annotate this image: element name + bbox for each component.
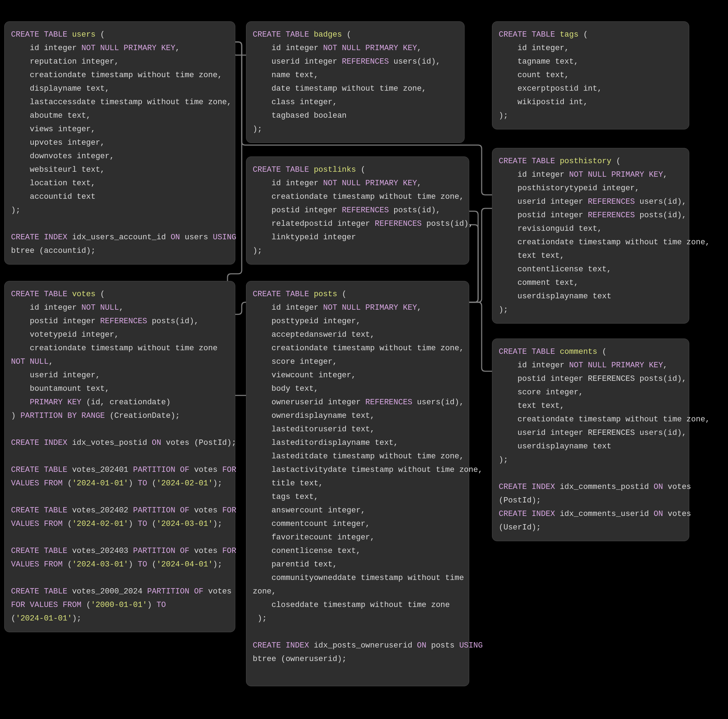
table-posthistory: CREATE TABLE posthistory ( id integer NO… [492, 148, 689, 323]
table-tags: CREATE TABLE tags ( id integer, tagname … [492, 21, 689, 129]
table-badges: CREATE TABLE badges ( id integer NOT NUL… [246, 21, 465, 143]
table-votes: CREATE TABLE votes ( id integer NOT NULL… [4, 281, 236, 632]
table-posts: CREATE TABLE posts ( id integer NOT NULL… [246, 281, 469, 686]
table-comments: CREATE TABLE comments ( id integer NOT N… [492, 339, 689, 541]
table-postlinks: CREATE TABLE postlinks ( id integer NOT … [246, 156, 469, 265]
table-users: CREATE TABLE users ( id integer NOT NULL… [4, 21, 236, 265]
